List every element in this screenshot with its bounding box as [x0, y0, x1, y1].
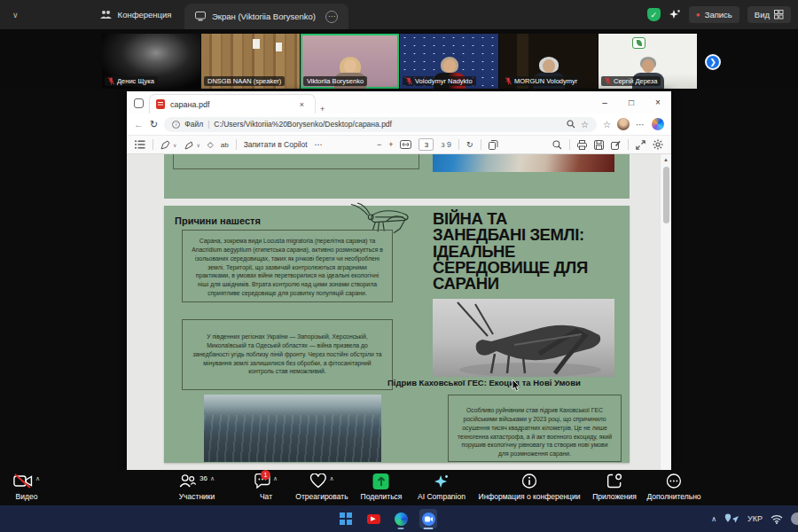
fullscreen-icon[interactable] [636, 140, 645, 150]
participant-tile[interactable]: Денис Щука [102, 34, 200, 89]
page-number-input[interactable] [419, 138, 434, 151]
browser-addressbar: ← ↻ i Файл | C:/Users/Viktoriia%20Boryse… [127, 113, 671, 135]
apps-button[interactable]: Приложения [592, 473, 637, 501]
new-tab-button[interactable]: + [316, 105, 329, 113]
zoom-app-icon [422, 512, 435, 526]
toolbar-more-icon[interactable]: ⋯ [315, 140, 323, 149]
close-tab-icon[interactable]: × [295, 100, 309, 109]
zoom-out-button[interactable]: − [377, 140, 381, 149]
participants-options-chevron[interactable]: ∧ [210, 475, 215, 482]
participant-tile[interactable]: DNSGB NAAN (speaker) [201, 34, 300, 89]
url-text: C:/Users/Viktoriia%20Borysenko/Desktop/с… [214, 120, 562, 129]
more-button[interactable]: Дополнительно [646, 473, 700, 501]
fit-width-icon[interactable] [400, 140, 411, 149]
participant-tile[interactable]: MORGUN Volodymyr [499, 34, 598, 89]
favorite-star-icon[interactable]: ☆ [581, 120, 589, 129]
video-label: Видео [16, 492, 38, 501]
mic-muted-icon [505, 77, 512, 85]
copilot-icon[interactable] [652, 118, 664, 130]
back-button[interactable]: ← [134, 119, 144, 129]
paragraph-box-causes: Сарана, зокрема види Locusta migratoria … [182, 230, 393, 302]
chat-options-chevron[interactable]: ∧ [273, 475, 278, 482]
participant-name-label: DNSGB NAAN (speaker) [204, 76, 285, 86]
zoom-in-button[interactable]: + [388, 140, 393, 149]
url-field[interactable]: i Файл | C:/Users/Viktoriia%20Borysenko/… [164, 117, 597, 132]
collapse-chevron-icon[interactable]: ∨ [12, 11, 19, 20]
highlighter-tool-icon[interactable] [184, 140, 193, 150]
browser-tab-active[interactable]: сарана.pdf × [149, 94, 316, 113]
location-share-icon[interactable] [724, 513, 739, 524]
background-paper [253, 39, 260, 49]
read-aloud-icon[interactable]: ab [221, 141, 229, 149]
participant-tile[interactable]: Volodymyr Nadykto [400, 34, 498, 89]
rotate-icon[interactable]: ↻ [466, 140, 473, 149]
pen-dropdown-icon[interactable]: ∨ [173, 142, 176, 148]
participant-name: Денис Щука [117, 77, 154, 85]
tab-actions-icon[interactable] [134, 98, 144, 108]
participant-name: Viktoriia Borysenko [307, 77, 364, 85]
participant-name-label: Viktoriia Borysenko [303, 76, 367, 86]
maximize-button[interactable]: □ [618, 91, 645, 113]
record-indicator[interactable]: ● Запись [689, 6, 739, 23]
pdf-scrollbar[interactable]: ▲ [660, 154, 671, 470]
ai-companion-button[interactable]: AI Companion [418, 473, 466, 501]
favorites-bar-icon[interactable]: ☆ [603, 120, 611, 129]
scrollbar-thumb[interactable] [663, 167, 669, 223]
page2-text-frame [173, 154, 419, 169]
windows-taskbar: ▶ ∧ УКР [0, 505, 798, 532]
taskbar-zoom[interactable] [419, 509, 437, 528]
video-options-chevron[interactable]: ∧ [35, 475, 40, 482]
zoom-topbar: ∨ Конференция Экран (Viktoriia Borysenko… [0, 0, 798, 29]
close-button[interactable]: × [645, 91, 671, 113]
browser-menu-icon[interactable]: ⋯ [636, 120, 645, 129]
participant-tile-active-speaker[interactable]: Viktoriia Borysenko [301, 34, 399, 89]
poster-title: ВІЙНА ТА ЗАНЕДБАНІ ЗЕМЛІ: ІДЕАЛЬНЕ СЕРЕД… [433, 211, 621, 293]
record-dot-icon: ● [696, 11, 700, 19]
share-screen-button[interactable]: Поделиться [361, 473, 403, 501]
tray-icon-partial[interactable] [791, 512, 798, 525]
tab-screen-share[interactable]: Экран (Viktoriia Borysenko) ⋯ [184, 4, 348, 29]
video-button[interactable]: ∧ Видео [13, 473, 40, 501]
edit-save-as-icon[interactable] [611, 140, 621, 150]
settings-gear-icon[interactable] [653, 139, 663, 150]
toc-icon[interactable] [135, 140, 145, 149]
meeting-info-button[interactable]: Информация о конференции [479, 473, 581, 501]
tab-options-button[interactable]: ⋯ [325, 11, 338, 23]
tray-expand-chevron[interactable]: ∧ [711, 515, 716, 523]
search-icon[interactable] [552, 140, 562, 150]
reactions-options-chevron[interactable]: ∧ [329, 475, 333, 482]
page-view-icon[interactable] [489, 140, 498, 150]
profile-avatar[interactable] [617, 118, 630, 130]
next-participants-button[interactable]: ❯ [705, 54, 721, 70]
reactions-button[interactable]: ∧ Отреагировать [295, 473, 348, 501]
print-icon[interactable] [577, 140, 587, 150]
taskbar-edge[interactable] [392, 509, 410, 528]
participant-tile[interactable]: Сергій Дереза [598, 34, 697, 89]
scroll-up-icon[interactable]: ▲ [661, 154, 671, 162]
eraser-icon[interactable]: ◇ [207, 140, 214, 149]
taskbar-youtube[interactable]: ▶ [364, 509, 382, 528]
highlighter-dropdown-icon[interactable]: ∨ [196, 142, 200, 148]
chat-button[interactable]: 1 ∧ Чат [254, 473, 278, 501]
wifi-icon[interactable] [771, 514, 783, 524]
page-info-icon[interactable]: i [172, 121, 180, 129]
pen-tool-icon[interactable] [160, 140, 170, 150]
divider [628, 139, 629, 150]
tab-conference[interactable]: Конференция [90, 0, 183, 29]
pdf-viewport[interactable]: Причини нашестя Сарана, зокрема види Loc… [127, 154, 671, 470]
ai-companion-label: AI Companion [418, 492, 466, 501]
zoom-page-icon[interactable] [567, 120, 575, 129]
minimize-button[interactable]: – [591, 91, 618, 113]
refresh-button[interactable]: ↻ [150, 119, 158, 130]
info-icon [522, 473, 537, 489]
language-indicator[interactable]: УКР [747, 514, 763, 523]
security-shield-icon[interactable]: ✓ [647, 8, 661, 21]
participant-thumbnails: Денис Щука DNSGB NAAN (speaker) Viktorii… [102, 34, 697, 89]
start-button[interactable] [337, 509, 355, 528]
ai-sparkle-icon[interactable] [669, 9, 681, 21]
record-label: Запись [705, 10, 732, 20]
participants-button[interactable]: 36 ∧ Участники [179, 473, 215, 501]
view-button[interactable]: Вид [747, 6, 791, 23]
save-icon[interactable] [594, 140, 604, 150]
ask-copilot-button[interactable]: Запитати в Copilot [244, 140, 308, 149]
